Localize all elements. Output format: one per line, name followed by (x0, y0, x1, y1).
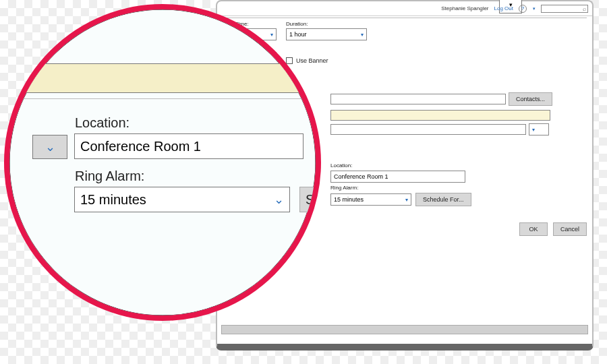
chevron-down-icon: ▾ (509, 1, 513, 8)
zoom-ring-alarm-label: Ring Alarm: (75, 169, 144, 183)
ring-alarm-label-small: Ring Alarm: (330, 185, 358, 191)
use-banner-checkbox[interactable] (286, 57, 293, 64)
user-name: Stephanie Spangler (441, 5, 488, 11)
zoom-location-input[interactable]: Conference Room 1 (74, 133, 304, 159)
chevron-down-icon: ▾ (361, 32, 364, 38)
contacts-button[interactable]: Contacts... (509, 92, 552, 106)
ring-alarm-value-small: 15 minutes (334, 196, 364, 203)
ok-button[interactable]: OK (519, 222, 548, 236)
location-label-small: Location: (330, 162, 352, 169)
duration-value: 1 hour (289, 31, 307, 38)
zoom-location-label: Location: (75, 115, 304, 131)
help-icon[interactable]: ? (519, 5, 527, 13)
duration-select[interactable]: 1 hour ▾ (286, 28, 367, 40)
extra-dropdown[interactable]: ▾ (529, 123, 549, 135)
attendees-field[interactable] (330, 110, 550, 121)
zoom-left-dropdown[interactable]: ⌄ (32, 135, 67, 159)
location-input-small[interactable]: Conference Room 1 (330, 171, 465, 183)
zoom-ring-alarm-select[interactable]: 15 minutes ⌄ (74, 187, 290, 212)
chevron-down-icon: ▾ (405, 197, 408, 203)
zoom-highlight-band (4, 63, 321, 93)
ring-alarm-select-small[interactable]: 15 minutes ▾ (330, 193, 411, 206)
chevron-down-icon: ▾ (270, 32, 273, 38)
duration-label: Duration: (286, 21, 367, 27)
search-icon: ⌕ (583, 5, 586, 12)
chevron-down-icon: ⌄ (45, 140, 55, 154)
search-input[interactable]: ⌕ (541, 5, 588, 13)
extra-input[interactable] (330, 124, 526, 135)
schedule-for-button[interactable]: Schedule For... (415, 193, 471, 206)
contacts-input[interactable] (330, 94, 506, 104)
zoom-ring-alarm-value: 15 minutes (80, 192, 146, 208)
app-topbar: Stephanie Spangler Log Out ?▾ ⌕ (217, 1, 592, 16)
chevron-down-icon: ⌄ (274, 192, 284, 207)
location-value-small: Conference Room 1 (334, 173, 388, 180)
chevron-down-icon: ▾ (532, 127, 535, 133)
zoom-location-value: Conference Room 1 (80, 139, 201, 154)
divider (4, 98, 321, 99)
magnifier-view: ⌄ Location: Conference Room 1 Ring Alarm… (4, 4, 321, 321)
cancel-button[interactable]: Cancel (553, 222, 587, 236)
status-bar (221, 325, 588, 334)
help-chevron-icon: ▾ (533, 6, 536, 11)
use-banner-label: Use Banner (296, 57, 328, 64)
divider (223, 18, 587, 18)
